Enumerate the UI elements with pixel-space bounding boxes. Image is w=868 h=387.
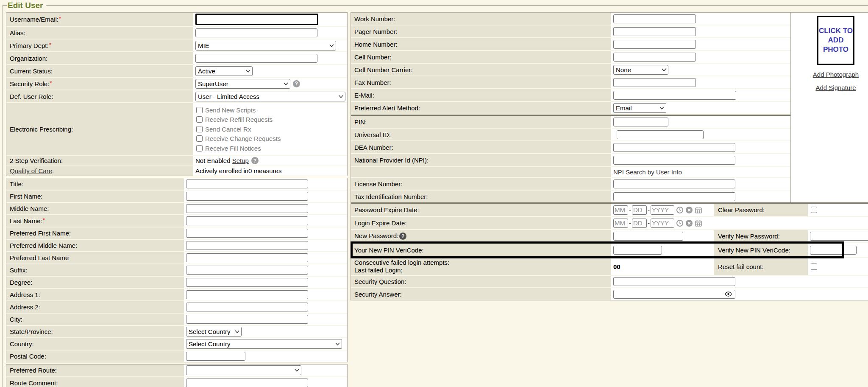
your-new-pin-vericode-input[interactable] (613, 246, 662, 255)
login-expire-date-dd-input[interactable] (632, 219, 647, 228)
add-photograph-link[interactable]: Add Photograph (791, 71, 868, 78)
security-role-select[interactable]: SuperUser (195, 79, 290, 89)
first-name-input[interactable] (186, 192, 308, 201)
preferred-middle-name-label: Preferred Middle Name: (6, 240, 184, 251)
suffix-input[interactable] (186, 266, 308, 275)
login-expire-date-yyyy-input[interactable] (651, 219, 674, 228)
field-value (611, 38, 790, 50)
form-row: Security Answer: (351, 288, 868, 300)
home-number-label: Home Number: (351, 38, 611, 50)
route-comment-input[interactable] (186, 379, 308, 387)
send-cancel-rx-checkbox[interactable] (196, 126, 203, 132)
organization-input[interactable] (195, 54, 317, 63)
license-number-input[interactable] (613, 179, 735, 188)
degree-input[interactable] (186, 278, 308, 287)
receive-change-requests-checkbox[interactable] (196, 135, 203, 142)
form-row: Home Number: (351, 38, 790, 51)
field-value (611, 13, 790, 25)
cell-number-carrier-select[interactable]: None (613, 65, 668, 75)
pin-input[interactable] (613, 118, 668, 126)
help-icon[interactable]: ? (251, 157, 259, 164)
work-number-input[interactable] (613, 14, 696, 23)
national-provider-id-npi-input[interactable] (613, 156, 735, 165)
new-password-input[interactable] (613, 232, 683, 241)
npi-search-by-user-info-link[interactable]: NPI Search by User Info (613, 168, 682, 176)
def-user-role-select[interactable]: User - Limited Access (195, 92, 345, 101)
preferred-last-name-label: Preferred Last Name (6, 252, 184, 264)
form-row: Address 1: (6, 289, 347, 301)
cell-number-input[interactable] (613, 53, 696, 62)
help-icon[interactable]: ? (293, 80, 300, 87)
preferred-route-select[interactable] (186, 365, 301, 375)
form-columns: Username/Email:*Alias:Primary Dept:*MIEO… (6, 12, 868, 387)
field-value (193, 27, 347, 39)
address-2-input[interactable] (186, 303, 308, 311)
degree-label: Degree: (6, 277, 184, 288)
username-email-input[interactable] (195, 14, 318, 25)
form-row: Preferred Alert Method:Email (351, 102, 790, 115)
help-icon[interactable]: ? (399, 233, 406, 240)
form-row: DEA Number: (351, 141, 790, 154)
form-row: Degree: (6, 277, 347, 289)
clock-icon[interactable] (676, 206, 684, 214)
reset-fail-count-checkbox[interactable] (811, 264, 817, 270)
2-step-verification-label: 2 Step Verification: (6, 156, 193, 165)
send-new-scripts-checkbox[interactable] (196, 107, 203, 113)
city-input[interactable] (186, 315, 308, 324)
clear-date-icon[interactable] (685, 219, 693, 227)
verify-new-password-input[interactable] (810, 232, 868, 241)
verify-new-pin-vericode-input[interactable] (810, 246, 857, 255)
form-row: E-Mail: (351, 89, 790, 102)
eye-icon[interactable] (725, 292, 732, 297)
preferred-middle-name-input[interactable] (186, 241, 308, 250)
preferred-last-name-input[interactable] (186, 253, 308, 262)
primary-dept-label: Primary Dept:* (6, 39, 193, 51)
home-number-input[interactable] (613, 40, 696, 49)
password-expire-date-mm-input[interactable] (613, 205, 628, 215)
state-province-select[interactable]: Select Country (186, 327, 242, 337)
preferred-first-name-input[interactable] (186, 229, 308, 238)
receive-fill-notices-checkbox[interactable] (196, 145, 203, 151)
receive-refill-requests-checkbox[interactable] (196, 116, 203, 123)
form-row: City: (6, 314, 347, 326)
clear-date-icon[interactable] (685, 206, 693, 214)
last-name-input[interactable] (186, 216, 308, 225)
current-status-select[interactable]: Active (195, 66, 253, 76)
quality-of-care-link[interactable]: Quality of Care (10, 167, 52, 174)
calendar-icon[interactable] (695, 219, 702, 227)
field-value (184, 277, 347, 288)
clear-password-checkbox[interactable] (811, 207, 817, 213)
postal-code-input[interactable] (186, 352, 245, 361)
primary-dept-select[interactable]: MIE (195, 41, 336, 50)
form-section: Username/Email:*Alias:Primary Dept:*MIEO… (6, 12, 348, 176)
title-input[interactable] (186, 179, 308, 188)
e-mail-input[interactable] (613, 91, 736, 100)
security-question-input[interactable] (613, 277, 735, 286)
fax-number-input[interactable] (613, 78, 696, 87)
tax-identification-number-input[interactable] (613, 192, 735, 201)
field-value (184, 240, 347, 251)
photo-box[interactable]: CLICK TO ADD PHOTO (817, 16, 854, 65)
dea-number-input[interactable] (613, 143, 735, 152)
clock-icon[interactable] (676, 219, 684, 227)
address-1-input[interactable] (186, 290, 308, 299)
middle-name-input[interactable] (186, 204, 308, 213)
country-select[interactable]: Select Country (186, 339, 342, 349)
alias-input[interactable] (195, 28, 317, 37)
password-expire-date-dd-input[interactable] (632, 205, 647, 215)
security-answer-input[interactable] (613, 290, 735, 299)
security-role-label: Security Role:* (6, 78, 193, 90)
password-security-table: Password Expire Date:--Clear Password:Lo… (351, 202, 868, 300)
field-value: Email (611, 102, 790, 114)
calendar-icon[interactable] (695, 206, 702, 214)
setup-link[interactable]: Setup (232, 157, 249, 164)
universal-id-input[interactable] (617, 130, 704, 139)
field-value: Not Enabled Setup? (193, 156, 347, 165)
login-expire-date-mm-input[interactable] (613, 219, 628, 228)
password-expire-date-yyyy-input[interactable] (651, 205, 674, 215)
password-expire-date-label: Password Expire Date: (351, 204, 611, 216)
field-value (611, 76, 790, 88)
add-signature-link[interactable]: Add Signature (791, 84, 868, 91)
pager-number-input[interactable] (613, 27, 696, 36)
preferred-alert-method-select[interactable]: Email (613, 103, 666, 113)
